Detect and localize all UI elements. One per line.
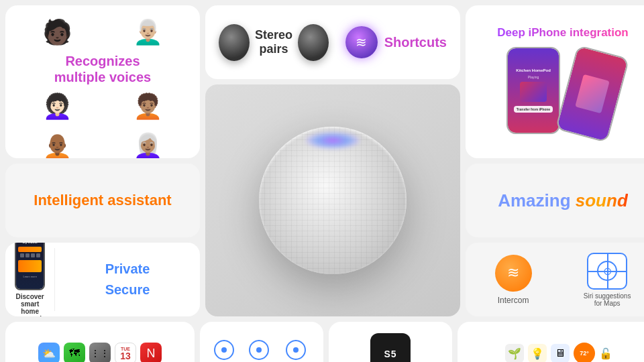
smarthome-phone-mockup: My Home Learn more xyxy=(15,243,45,290)
temperature-badge: 72° xyxy=(574,343,595,362)
smarthome-discover-card: My Home Learn more Discover smart home a… xyxy=(5,243,200,316)
maps-icon-box: ⊕ xyxy=(587,253,627,290)
maps-app-icon: 🗺 xyxy=(64,343,85,362)
bulb-icon: 💡 xyxy=(528,344,547,362)
intercom-wave-icon: ≋ xyxy=(507,264,519,282)
memoji-2: 👨🏼‍🦳 xyxy=(129,13,166,50)
intelligent-assistant-card: Intelligent assistant xyxy=(5,164,200,237)
bottom-row: ⛅ 🗺 ⋮⋮ TUE 13 N Personalized daily updat… xyxy=(5,322,644,362)
smarthome-discover-label: Discover smart home accessories xyxy=(11,293,49,316)
livingroom-icon xyxy=(286,340,306,360)
siri-waves-icon: ≋ xyxy=(356,34,367,50)
iphone-screen: Kitchen HomePod Playing Transfer from iP… xyxy=(508,48,559,133)
iphone-mockup: Kitchen HomePod Playing Transfer from iP… xyxy=(506,47,560,134)
private-label: Private xyxy=(105,261,150,277)
intercom-orb: ≋ xyxy=(495,255,532,292)
intercom-label: Intercom xyxy=(498,296,529,305)
voices-card: 🧑🏿 👨🏼‍🦳 Recognizes multiple voices 👩🏻‍🦱 … xyxy=(5,5,200,158)
amazing-word: Amazing xyxy=(498,190,570,210)
maps-block: ⊕ Siri suggestions for Maps xyxy=(584,253,631,307)
s5-chip: S5 xyxy=(370,333,411,362)
multiroom-rooms: Bedroom Kitchen Living room xyxy=(213,340,310,363)
homepod-mini-right-icon xyxy=(298,24,329,61)
livingroom-room: Living room xyxy=(282,340,310,363)
siri-orb: ≋ xyxy=(345,26,378,58)
computational-audio-card: S5 Computational audio xyxy=(329,322,452,362)
maps-siri-label: Siri suggestions for Maps xyxy=(584,292,631,307)
memoji-1: 🧑🏿 xyxy=(39,13,76,50)
bedroom-room: Bedroom xyxy=(213,340,235,363)
smarthome-divider xyxy=(54,248,55,311)
homepod-center-card xyxy=(205,84,460,316)
kitchen-room: Kitchen xyxy=(249,340,269,363)
private-secure-block: Private Secure xyxy=(60,248,195,311)
intelligent-assistant-title: Intelligent assistant xyxy=(27,185,178,216)
plant-icon: 🌱 xyxy=(505,344,524,362)
intercom-maps-card: ≋ Intercom ⊕ Siri suggestions for Maps xyxy=(466,243,644,316)
lock-icon: 🔓 xyxy=(599,347,612,360)
daily-icons-row: ⛅ 🗺 ⋮⋮ TUE 13 N xyxy=(38,343,162,362)
weather-app-icon: ⛅ xyxy=(38,343,60,362)
phone-home-bar xyxy=(18,247,42,252)
shortcuts-block: ≋ Shortcuts xyxy=(345,26,447,58)
memoji-4: 🧑🏽‍🦱 xyxy=(129,88,166,125)
intercom-block: ≋ Intercom xyxy=(495,255,532,305)
amazing-sound-card: Amazing sound xyxy=(466,164,644,237)
stereo-text-block: Stereo pairs xyxy=(255,28,292,56)
iphone-screen-2 xyxy=(557,46,628,141)
smarthome-control-icons: 🌱 💡 🖥 72° 🔓 xyxy=(505,343,612,362)
iphone-integration-card: Deep iPhone integration Kitchen HomePod … xyxy=(466,5,644,158)
s5-chip-label: S5 xyxy=(384,349,396,359)
multiroom-audio-card: Bedroom Kitchen Living room Multiroom au… xyxy=(200,322,323,362)
smarthome-control-card: 🌱 💡 🖥 72° 🔓 Smart home control xyxy=(458,322,644,362)
memoji-5: 🧑🏾‍🦲 xyxy=(39,127,76,158)
secure-label: Secure xyxy=(105,282,150,298)
amazing-sound-text: Amazing sound xyxy=(498,190,628,211)
stereo-shortcuts-card: Stereo pairs ≋ Shortcuts xyxy=(205,5,460,79)
transfer-banner: Transfer from iPhone xyxy=(514,106,553,113)
memoji-6: 👩🏽‍🦳 xyxy=(129,127,166,158)
kitchen-icon xyxy=(249,340,269,360)
sound-word: sound xyxy=(576,190,628,210)
calendar-app-icon: TUE 13 xyxy=(115,343,136,362)
iphone-integration-title: Deep iPhone integration xyxy=(497,26,629,40)
grid-app-icon: ⋮⋮ xyxy=(89,343,111,362)
homepod-body xyxy=(259,127,407,274)
main-grid: 🧑🏿 👨🏼‍🦳 Recognizes multiple voices 👩🏻‍🦱 … xyxy=(0,0,644,362)
homepod-mesh xyxy=(259,127,407,274)
news-app-icon: N xyxy=(140,343,162,362)
maps-road-h xyxy=(588,271,626,272)
homepod-top-light xyxy=(306,132,360,149)
homepod-mini-left-icon xyxy=(219,24,250,61)
iphone-mockup-2 xyxy=(555,45,630,143)
voices-title: Recognizes multiple voices xyxy=(54,53,152,85)
stereo-label: Stereo pairs xyxy=(255,28,292,56)
display-icon: 🖥 xyxy=(551,344,570,362)
daily-updates-card: ⛅ 🗺 ⋮⋮ TUE 13 N Personalized daily updat… xyxy=(5,322,195,362)
bedroom-icon xyxy=(214,340,234,360)
memoji-3: 👩🏻‍🦱 xyxy=(39,88,76,125)
shortcuts-label: Shortcuts xyxy=(384,35,447,50)
